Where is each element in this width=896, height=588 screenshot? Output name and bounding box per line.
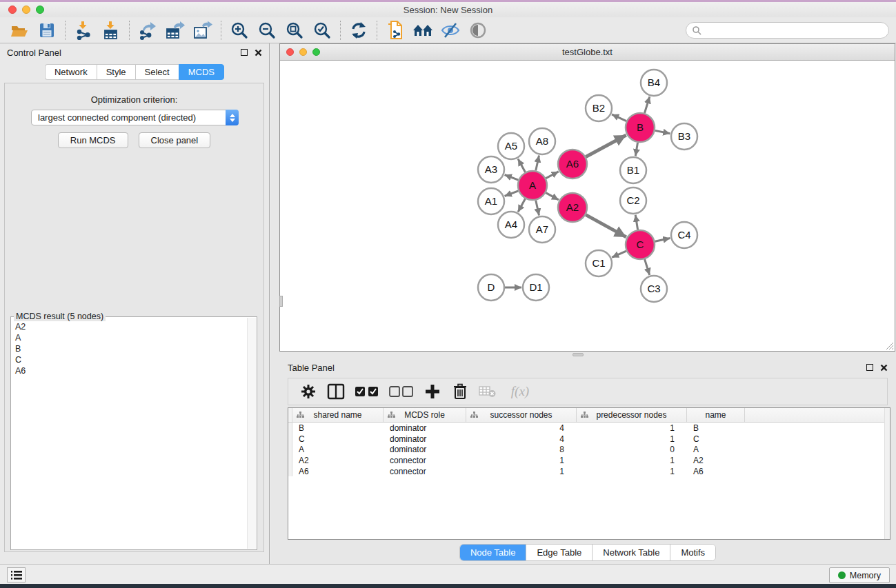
graph-edge-B-B1[interactable] bbox=[635, 143, 637, 156]
table-cell[interactable]: 4 bbox=[466, 423, 577, 433]
table-cell[interactable]: 1 bbox=[577, 467, 687, 476]
open-session-icon[interactable] bbox=[6, 19, 33, 41]
task-history-button[interactable] bbox=[7, 567, 26, 582]
tab-select[interactable]: Select bbox=[135, 64, 179, 80]
graph-edge-A-A4[interactable] bbox=[518, 199, 525, 212]
graph-edge-A-A6[interactable] bbox=[546, 172, 558, 179]
tab-motifs[interactable]: Motifs bbox=[670, 545, 715, 560]
graph-edge-B-B4[interactable] bbox=[644, 97, 649, 113]
column-header-successor-nodes[interactable]: successor nodes bbox=[466, 408, 577, 422]
table-cell[interactable]: dominator bbox=[384, 423, 466, 433]
show-all-icon[interactable] bbox=[464, 19, 492, 41]
table-row[interactable]: Bdominator41B bbox=[288, 423, 890, 434]
tab-edge-table[interactable]: Edge Table bbox=[526, 545, 593, 560]
zoom-selected-icon[interactable] bbox=[308, 19, 336, 41]
table-cell[interactable]: 0 bbox=[577, 445, 687, 454]
graph-edge-A-A2[interactable] bbox=[546, 193, 559, 200]
table-row[interactable]: Adominator80A bbox=[288, 444, 890, 455]
table-cell[interactable]: A6 bbox=[292, 467, 384, 476]
graph-edge-A-A1[interactable] bbox=[505, 191, 519, 196]
delete-table-icon[interactable] bbox=[477, 381, 498, 402]
table-cell[interactable]: connector bbox=[384, 467, 466, 476]
table-cell[interactable]: 1 bbox=[466, 467, 577, 476]
column-header-mcds-role[interactable]: MCDS role bbox=[384, 408, 466, 422]
horizontal-splitter-handle[interactable] bbox=[573, 353, 584, 356]
graph-edge-A6-B[interactable] bbox=[586, 135, 626, 157]
search-input[interactable] bbox=[701, 23, 888, 37]
float-table-panel-icon[interactable] bbox=[866, 364, 873, 371]
table-cell[interactable]: 1 bbox=[577, 423, 687, 433]
table-cell[interactable]: dominator bbox=[384, 434, 466, 444]
refresh-layout-icon[interactable] bbox=[345, 19, 372, 41]
table-cell[interactable]: 8 bbox=[466, 445, 577, 454]
memory-button[interactable]: Memory bbox=[829, 567, 890, 583]
canvas-left-handle[interactable] bbox=[279, 296, 283, 307]
export-network-icon[interactable] bbox=[134, 19, 161, 41]
close-panel-icon[interactable] bbox=[255, 49, 262, 57]
graph-edge-B-B3[interactable] bbox=[655, 130, 670, 133]
table-cell[interactable]: 4 bbox=[466, 434, 577, 444]
table-cell[interactable]: C bbox=[292, 434, 384, 444]
settings-gear-icon[interactable] bbox=[298, 381, 319, 402]
table-scrollbar[interactable] bbox=[884, 408, 890, 539]
export-table-icon[interactable] bbox=[161, 19, 189, 41]
graph-edge-C-C4[interactable] bbox=[655, 238, 670, 241]
tab-style[interactable]: Style bbox=[97, 64, 135, 80]
table-row[interactable]: A2connector11A2 bbox=[288, 455, 890, 466]
table-cell[interactable]: A2 bbox=[687, 456, 745, 465]
select-all-checkboxes-icon[interactable] bbox=[353, 381, 381, 402]
zoom-in-icon[interactable] bbox=[226, 19, 253, 41]
network-graph[interactable]: B4B2BB3A8A5A6A3B1AC2A1A2A4A7C4CC1DD1C3 bbox=[280, 61, 895, 351]
graph-edge-B-B2[interactable] bbox=[612, 114, 626, 121]
graph-edge-A-A8[interactable] bbox=[536, 156, 539, 171]
table-cell[interactable]: A6 bbox=[687, 467, 745, 476]
new-network-from-selection-icon[interactable] bbox=[381, 19, 409, 41]
table-cell[interactable]: dominator bbox=[384, 445, 466, 454]
graph-edge-C-C3[interactable] bbox=[645, 259, 650, 275]
criterion-dropdown[interactable]: largest connected component (directed) bbox=[31, 110, 239, 125]
import-table-icon[interactable] bbox=[97, 19, 125, 41]
close-table-panel-icon[interactable] bbox=[880, 364, 888, 372]
graph-edge-A2-C[interactable] bbox=[586, 215, 626, 237]
network-canvas[interactable]: B4B2BB3A8A5A6A3B1AC2A1A2A4A7C4CC1DD1C3 bbox=[280, 61, 895, 351]
table-cell[interactable]: A bbox=[687, 445, 745, 454]
tab-network-table[interactable]: Network Table bbox=[593, 545, 670, 560]
function-builder-icon[interactable]: f(x) bbox=[505, 381, 535, 402]
hide-selected-icon[interactable] bbox=[437, 19, 464, 41]
delete-column-icon[interactable] bbox=[450, 381, 470, 402]
graph-edge-A-A3[interactable] bbox=[505, 175, 519, 181]
table-cell[interactable]: A2 bbox=[292, 456, 384, 465]
graph-edge-A-A7[interactable] bbox=[536, 200, 539, 215]
table-cell[interactable]: 1 bbox=[577, 456, 687, 465]
graph-edge-A-A5[interactable] bbox=[518, 159, 525, 172]
result-list-scrollbar[interactable] bbox=[247, 318, 256, 549]
column-header-name[interactable]: name bbox=[687, 408, 745, 422]
save-session-icon[interactable] bbox=[33, 19, 61, 41]
float-panel-icon[interactable] bbox=[241, 49, 248, 56]
tab-network[interactable]: Network bbox=[45, 64, 97, 80]
deselect-all-checkboxes-icon[interactable] bbox=[388, 381, 415, 402]
tab-mcds[interactable]: MCDS bbox=[179, 64, 224, 80]
run-mcds-button[interactable]: Run MCDS bbox=[58, 132, 128, 148]
export-image-icon[interactable] bbox=[189, 19, 217, 41]
zoom-fit-icon[interactable] bbox=[281, 19, 308, 41]
tab-node-table[interactable]: Node Table bbox=[460, 545, 527, 560]
global-search-field[interactable] bbox=[686, 22, 889, 39]
window-resize-grip[interactable] bbox=[884, 341, 894, 350]
show-column-icon[interactable] bbox=[326, 381, 346, 402]
table-cell[interactable]: B bbox=[292, 423, 384, 433]
graph-edge-C-C1[interactable] bbox=[612, 251, 626, 257]
table-row[interactable]: A6connector11A6 bbox=[288, 466, 890, 477]
table-cell[interactable]: 1 bbox=[466, 456, 577, 465]
close-panel-button[interactable]: Close panel bbox=[139, 132, 211, 148]
table-cell[interactable]: 1 bbox=[577, 434, 687, 444]
column-header-predecessor-nodes[interactable]: predecessor nodes bbox=[577, 408, 687, 422]
first-neighbors-icon[interactable] bbox=[409, 19, 437, 41]
table-cell[interactable]: A bbox=[292, 445, 384, 454]
zoom-out-icon[interactable] bbox=[253, 19, 281, 41]
table-row[interactable]: Cdominator41C bbox=[288, 434, 890, 445]
table-cell[interactable]: connector bbox=[384, 456, 466, 465]
add-column-icon[interactable] bbox=[422, 381, 443, 402]
import-network-icon[interactable] bbox=[70, 19, 97, 41]
table-cell[interactable]: B bbox=[687, 423, 745, 433]
